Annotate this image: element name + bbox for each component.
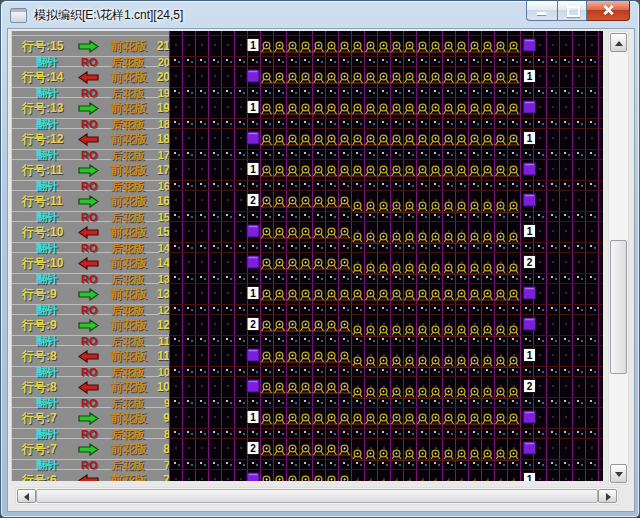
close-button[interactable] [587, 1, 630, 21]
simulation-panel: 行号:15前花版21翻针RO后花版20行号:14前花版20翻针RO后花版19行号… [11, 31, 170, 481]
transfer-row-item[interactable]: 翻针RO后花版18 [12, 118, 170, 128]
right-arrow-icon [606, 493, 611, 501]
row-label: 翻针 [12, 367, 75, 377]
window-controls [526, 1, 630, 21]
maximize-button[interactable] [558, 1, 587, 21]
carriage-direction [74, 350, 103, 363]
svg-text:1: 1 [250, 40, 256, 51]
titlebar[interactable]: 模拟编织[E:\花样1.cnt][24,5] [1, 1, 639, 29]
transfer-code-box: RO [75, 150, 103, 160]
plate-label: 后花版 [111, 243, 155, 253]
svg-text:1: 1 [250, 164, 256, 175]
vertical-scrollbar-thumb[interactable] [610, 240, 627, 374]
transfer-row-item[interactable]: 翻针RO后花版12 [12, 304, 170, 314]
row-label: 行号:8 [12, 379, 74, 396]
plate-number: 13 [156, 287, 170, 301]
carriage-direction [74, 164, 103, 177]
transfer-code-box: RO [75, 212, 103, 222]
transfer-row-item[interactable]: 翻针RO后花版8 [12, 428, 170, 438]
minimize-button[interactable] [526, 1, 558, 21]
arrow-left-icon [78, 381, 99, 394]
carriage-direction [74, 474, 103, 482]
knit-row-item[interactable]: 行号:6前花版7 [12, 469, 170, 481]
row-label: 翻针 [12, 243, 75, 253]
svg-text:1: 1 [250, 288, 256, 299]
left-arrow-icon [24, 493, 29, 501]
transfer-row-item[interactable]: 翻针RO后花版10 [12, 366, 170, 376]
plate-number: 20 [156, 57, 170, 67]
row-label: 行号:11 [12, 193, 74, 210]
knit-row-item[interactable]: 行号:8前花版11 [12, 345, 170, 366]
plate-label: 后花版 [111, 460, 155, 470]
transfer-row-item[interactable]: 翻针RO后花版9 [12, 397, 170, 407]
maximize-icon [567, 6, 580, 17]
arrow-right-icon [78, 319, 99, 332]
knit-row-item[interactable]: 行号:9前花版12 [12, 314, 170, 335]
plate-number: 21 [156, 39, 170, 53]
transfer-row-item[interactable]: 翻针RO后花版14 [12, 242, 170, 252]
plate-number: 15 [156, 212, 170, 222]
knit-row-item[interactable]: 行号:7前花版8 [12, 438, 170, 459]
transfer-row-item[interactable]: 翻针RO后花版15 [12, 211, 170, 221]
knit-row-item[interactable]: 行号:10前花版14 [12, 252, 170, 273]
svg-text:2: 2 [250, 319, 256, 330]
transfer-row-item[interactable]: 翻针RO后花版19 [12, 87, 170, 97]
knit-row-item[interactable]: 行号:12前花版18 [12, 128, 170, 149]
transfer-row-item[interactable]: 翻针RO后花版7 [12, 459, 170, 469]
plate-label: 前花版 [111, 193, 156, 210]
down-arrow-icon [615, 472, 623, 477]
arrow-right-icon [78, 443, 99, 456]
knit-row-item[interactable]: 行号:9前花版13 [12, 283, 170, 304]
transfer-row-item[interactable]: 翻针RO后花版16 [12, 180, 170, 190]
arrow-right-icon [78, 195, 99, 208]
knit-grid[interactable]: 111112121212121 [169, 31, 603, 481]
plate-number: 7 [156, 460, 170, 470]
transfer-code: RO [81, 88, 98, 98]
minimize-icon [537, 12, 546, 15]
transfer-row-item[interactable]: 翻针RO后花版20 [12, 56, 170, 66]
plate-label: 前花版 [111, 441, 156, 458]
plate-label: 后花版 [111, 212, 155, 222]
knit-row-item[interactable]: 行号:13前花版19 [12, 97, 170, 118]
transfer-code-box: RO [75, 88, 103, 98]
knit-row-item[interactable]: 行号:11前花版17 [12, 159, 170, 180]
transfer-row-item[interactable]: 翻针RO后花版17 [12, 149, 170, 159]
knit-row-item[interactable]: 行号:11前花版16 [12, 190, 170, 211]
transfer-row-item[interactable]: 翻针RO后花版13 [12, 273, 170, 283]
scroll-up-button[interactable] [610, 33, 627, 52]
transfer-code-box: RO [75, 336, 103, 346]
plate-number: 14 [156, 243, 170, 253]
arrow-right-icon [78, 40, 99, 53]
knit-row-item[interactable]: 行号:8前花版10 [12, 376, 170, 397]
plate-number: 10 [156, 380, 170, 394]
plate-number: 14 [156, 256, 170, 270]
plate-number: 19 [156, 101, 170, 115]
knit-row-item[interactable]: 行号:15前花版21 [12, 35, 170, 56]
knit-grid-canvas[interactable]: 111112121212121 [169, 31, 603, 481]
plate-number: 10 [156, 367, 170, 377]
screen: 模拟编织[E:\花样1.cnt][24,5] 行号:15前花版21翻针RO后花版… [0, 0, 640, 518]
vertical-scrollbar[interactable] [608, 31, 629, 485]
row-label: 行号:7 [12, 410, 74, 427]
transfer-code-box: RO [75, 274, 103, 284]
carriage-direction [74, 412, 103, 425]
svg-text:2: 2 [527, 381, 533, 392]
plate-label: 前花版 [111, 100, 156, 117]
horizontal-scrollbar-thumb[interactable] [36, 489, 598, 503]
scroll-left-button[interactable] [17, 489, 36, 503]
knit-row-item[interactable]: 行号:14前花版20 [12, 66, 170, 87]
scroll-down-button[interactable] [610, 464, 627, 483]
transfer-row-item[interactable]: 翻针RO后花版11 [12, 335, 170, 345]
knit-row-item[interactable]: 行号:10前花版15 [12, 221, 170, 242]
transfer-code: RO [81, 305, 98, 315]
horizontal-scrollbar[interactable] [15, 487, 619, 505]
row-label: 翻针 [12, 336, 75, 346]
transfer-code: RO [81, 336, 98, 346]
transfer-code-box: RO [75, 460, 103, 470]
transfer-code: RO [81, 212, 98, 222]
transfer-code-box: RO [75, 57, 103, 67]
knit-row-item[interactable]: 行号:7前花版9 [12, 407, 170, 428]
arrow-left-icon [78, 71, 99, 84]
close-icon [603, 5, 613, 15]
scroll-right-button[interactable] [598, 489, 617, 503]
